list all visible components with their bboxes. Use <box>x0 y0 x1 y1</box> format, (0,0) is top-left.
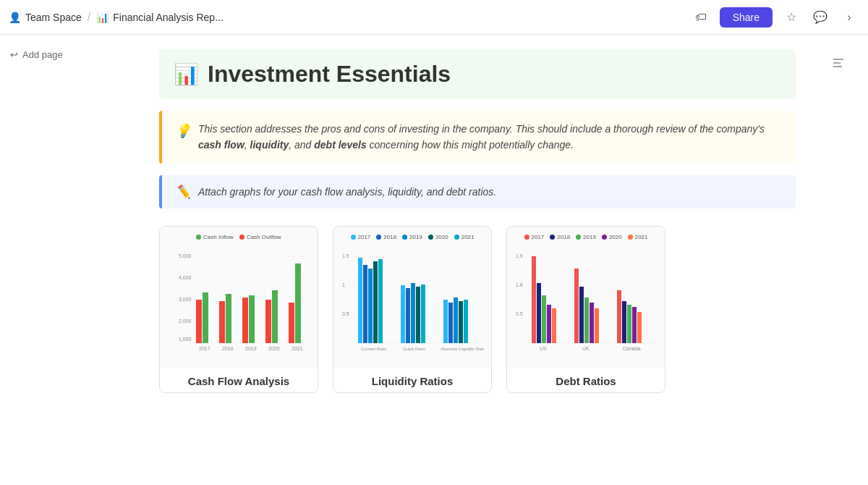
callout2-text: Attach graphs for your cash flow analysi… <box>198 186 496 198</box>
svg-text:1,000: 1,000 <box>179 337 192 342</box>
chart3-title-area: Debt Ratios <box>507 368 665 392</box>
svg-rect-45 <box>443 300 448 343</box>
svg-text:Canada: Canada <box>623 346 641 351</box>
svg-text:4,000: 4,000 <box>179 275 192 280</box>
svg-text:2019: 2019 <box>245 346 257 351</box>
team-nav[interactable]: 👤 Team Space <box>9 12 82 23</box>
legend-inflow-dot <box>196 235 201 240</box>
breadcrumb-separator: / <box>88 11 90 24</box>
svg-rect-14 <box>203 292 208 343</box>
svg-rect-46 <box>448 303 453 343</box>
svg-text:1.5: 1.5 <box>342 253 349 258</box>
chart-card-liquidity: 2017 2018 2019 2020 <box>333 226 492 393</box>
doc-icon: 📊 <box>96 12 109 23</box>
cashflow-legend: Cash Inflow Cash Outflow <box>166 234 312 240</box>
svg-rect-16 <box>226 294 231 343</box>
more-icon[interactable]: › <box>839 7 859 28</box>
team-label: Team Space <box>25 12 82 23</box>
svg-text:US: US <box>540 346 547 351</box>
topbar: 👤 Team Space / 📊 Financial Analysis Rep.… <box>0 0 868 35</box>
svg-rect-20 <box>272 290 278 343</box>
legend-inflow: Cash Inflow <box>196 234 234 240</box>
star-icon[interactable]: ☆ <box>781 7 801 28</box>
team-icon: 👤 <box>9 12 21 23</box>
svg-text:0.5: 0.5 <box>516 311 523 316</box>
callout2-emoji: ✏️ <box>175 184 191 200</box>
cashflow-chart: 5,000 4,000 3,000 2,000 1,000 <box>166 243 310 352</box>
svg-rect-43 <box>416 287 420 343</box>
svg-rect-61 <box>537 283 541 343</box>
tag-icon[interactable]: 🏷 <box>691 7 711 28</box>
svg-rect-37 <box>368 269 373 343</box>
outline-toggle[interactable] <box>830 55 846 71</box>
svg-rect-70 <box>617 290 621 343</box>
svg-rect-21 <box>289 303 294 343</box>
svg-rect-35 <box>358 258 362 343</box>
page-heading: Investment Essentials <box>208 61 451 88</box>
svg-rect-40 <box>401 285 405 343</box>
svg-rect-63 <box>547 305 551 343</box>
svg-text:1.8: 1.8 <box>516 282 523 287</box>
svg-rect-19 <box>265 300 271 343</box>
svg-text:UK: UK <box>582 346 590 351</box>
liquidity-chart: 1.5 1 0.5 <box>339 243 484 352</box>
legend-outflow: Cash Outflow <box>239 234 281 240</box>
comment-icon[interactable]: 💬 <box>810 7 830 28</box>
svg-rect-65 <box>574 269 579 343</box>
callout1-emoji: 💡 <box>175 121 191 142</box>
liq-legend-2017 <box>351 235 356 240</box>
svg-rect-18 <box>249 295 255 343</box>
svg-rect-36 <box>363 265 367 343</box>
svg-rect-39 <box>378 259 383 343</box>
svg-text:1.9: 1.9 <box>516 253 523 258</box>
callout1-text: This section addresses the pros and cons… <box>198 121 783 153</box>
svg-rect-15 <box>219 301 225 343</box>
svg-text:2018: 2018 <box>222 346 234 351</box>
svg-text:2020: 2020 <box>268 346 280 351</box>
chart-card-debt: 2017 2018 2019 2020 <box>506 226 665 393</box>
svg-rect-72 <box>627 305 631 343</box>
legend-outflow-dot <box>239 235 244 240</box>
chart-card-cashflow: Cash Inflow Cash Outflow 5,000 4,000 3,0… <box>159 226 318 393</box>
svg-text:Current Ratio: Current Ratio <box>361 347 387 351</box>
chart3-title: Debt Ratios <box>556 375 616 387</box>
svg-rect-22 <box>295 263 301 343</box>
svg-rect-69 <box>595 308 599 343</box>
svg-rect-62 <box>542 295 546 343</box>
svg-rect-74 <box>637 312 642 343</box>
svg-rect-67 <box>584 298 589 343</box>
svg-rect-49 <box>464 300 468 343</box>
doc-nav[interactable]: 📊 Financial Analysis Rep... <box>96 12 224 23</box>
chart-area-cashflow: Cash Inflow Cash Outflow 5,000 4,000 3,0… <box>160 227 318 368</box>
main-content: 📊 Investment Essentials 💡 This section a… <box>0 35 868 485</box>
callout-yellow: 💡 This section addresses the pros and co… <box>159 111 796 164</box>
svg-rect-68 <box>590 303 594 343</box>
chart1-title: Cash Flow Analysis <box>188 375 289 387</box>
svg-text:2021: 2021 <box>292 346 303 351</box>
charts-row: Cash Inflow Cash Outflow 5,000 4,000 3,0… <box>159 226 796 393</box>
svg-rect-13 <box>196 300 202 343</box>
doc-label: Financial Analysis Rep... <box>113 12 224 23</box>
svg-text:0.5: 0.5 <box>342 311 349 316</box>
svg-text:2,000: 2,000 <box>179 319 192 324</box>
svg-text:Absolute Liquidity Ratio: Absolute Liquidity Ratio <box>441 347 484 351</box>
share-button[interactable]: Share <box>720 7 773 28</box>
svg-rect-42 <box>411 283 415 343</box>
chart1-title-area: Cash Flow Analysis <box>160 368 318 392</box>
liquidity-legend: 2017 2018 2019 2020 <box>339 234 485 240</box>
svg-rect-38 <box>373 261 378 343</box>
svg-rect-73 <box>632 307 637 343</box>
chart2-title: Liquidity Ratios <box>372 375 454 387</box>
svg-rect-64 <box>552 308 556 343</box>
svg-rect-41 <box>406 288 410 343</box>
svg-rect-71 <box>622 301 626 343</box>
svg-rect-60 <box>532 256 536 343</box>
chart2-title-area: Liquidity Ratios <box>333 368 491 392</box>
svg-rect-66 <box>579 287 584 343</box>
svg-rect-44 <box>421 284 425 343</box>
heading-emoji: 📊 <box>174 62 199 86</box>
svg-rect-48 <box>459 301 463 343</box>
svg-text:5,000: 5,000 <box>179 253 192 258</box>
svg-rect-17 <box>242 298 248 343</box>
svg-text:2017: 2017 <box>199 346 210 351</box>
